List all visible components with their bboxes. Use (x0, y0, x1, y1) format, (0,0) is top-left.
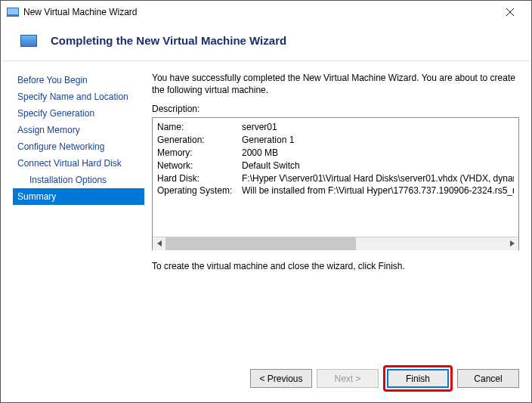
summary-value: F:\Hyper V\server01\Virtual Hard Disks\s… (242, 172, 514, 185)
summary-key: Memory: (157, 147, 242, 160)
scrollbar-track[interactable] (165, 237, 506, 250)
next-button: Next > (317, 369, 379, 388)
scrollbar-thumb[interactable] (165, 237, 356, 250)
summary-row-name: Name:server01 (157, 121, 514, 134)
sidebar-item-before-you-begin[interactable]: Before You Begin (13, 72, 144, 88)
header: Completing the New Virtual Machine Wizar… (1, 23, 531, 60)
summary-row-network: Network:Default Switch (157, 160, 514, 172)
scroll-right-arrow-icon[interactable] (506, 237, 518, 250)
finish-hint: To create the virtual machine and close … (152, 261, 519, 271)
summary-row-memory: Memory:2000 MB (157, 147, 514, 160)
svg-rect-1 (8, 8, 18, 14)
intro-text: You have successfully completed the New … (152, 72, 519, 96)
body: Before You Begin Specify Name and Locati… (1, 61, 531, 358)
wizard-icon (20, 35, 37, 47)
summary-lines: Name:server01 Generation:Generation 1 Me… (153, 118, 518, 237)
summary-box: Name:server01 Generation:Generation 1 Me… (152, 117, 519, 250)
summary-row-generation: Generation:Generation 1 (157, 134, 514, 147)
summary-value: Default Switch (242, 160, 300, 172)
summary-value: server01 (242, 121, 277, 134)
previous-button[interactable]: < Previous (250, 369, 312, 388)
summary-value: Generation 1 (242, 134, 294, 147)
cancel-button[interactable]: Cancel (457, 369, 519, 388)
summary-key: Network: (157, 160, 242, 172)
svg-marker-4 (157, 240, 162, 246)
page-title: Completing the New Virtual Machine Wizar… (51, 34, 286, 47)
summary-key: Operating System: (157, 184, 242, 197)
sidebar-item-connect-vhd[interactable]: Connect Virtual Hard Disk (13, 155, 144, 172)
sidebar-item-specify-name[interactable]: Specify Name and Location (13, 88, 144, 105)
sidebar-item-installation-options[interactable]: Installation Options (13, 172, 144, 188)
summary-key: Generation: (157, 134, 242, 147)
description-label: Description: (152, 104, 519, 114)
finish-button[interactable]: Finish (387, 369, 449, 388)
app-icon (7, 6, 19, 18)
content: You have successfully completed the New … (152, 72, 519, 358)
wizard-window: New Virtual Machine Wizard Completing th… (0, 0, 532, 403)
titlebar: New Virtual Machine Wizard (1, 1, 531, 23)
summary-value: 2000 MB (242, 147, 278, 160)
sidebar-item-specify-generation[interactable]: Specify Generation (13, 105, 144, 122)
svg-marker-5 (510, 240, 515, 246)
summary-key: Hard Disk: (157, 172, 242, 185)
summary-row-os: Operating System:Will be installed from … (157, 184, 514, 197)
summary-value: Will be installed from F:\Virtual Hyper\… (242, 184, 514, 197)
sidebar-item-assign-memory[interactable]: Assign Memory (13, 122, 144, 138)
sidebar-item-configure-networking[interactable]: Configure Networking (13, 138, 144, 155)
horizontal-scrollbar[interactable] (153, 237, 518, 250)
summary-key: Name: (157, 121, 242, 134)
scroll-left-arrow-icon[interactable] (153, 237, 165, 250)
window-title: New Virtual Machine Wizard (23, 7, 495, 17)
sidebar: Before You Begin Specify Name and Locati… (13, 72, 144, 358)
footer: < Previous Next > Finish Cancel (1, 358, 531, 402)
sidebar-item-summary[interactable]: Summary (13, 188, 144, 205)
close-button[interactable] (495, 2, 525, 23)
summary-row-harddisk: Hard Disk:F:\Hyper V\server01\Virtual Ha… (157, 172, 514, 185)
finish-highlight: Finish (383, 365, 453, 392)
